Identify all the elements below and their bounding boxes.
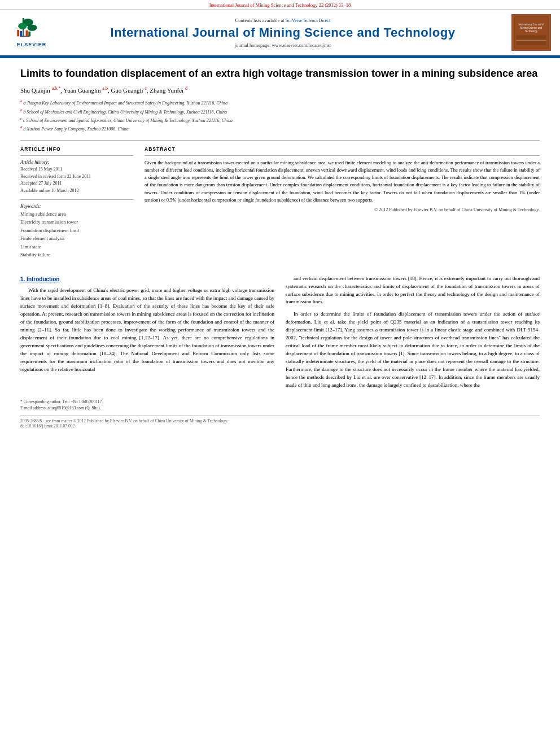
keywords-divider <box>20 199 133 200</box>
main-content: Limits to foundation displacement of an … <box>0 58 560 438</box>
received-date: Received 15 May 2011 <box>20 166 133 173</box>
journal-cover-thumbnail: International Journal of Mining Science … <box>511 14 551 51</box>
body-right-column: and vertical displacement between transm… <box>286 275 540 394</box>
contents-available-line: Contents lists available at SciVerse Sci… <box>60 18 506 23</box>
affiliations: a a Jiangsu Key Laboratory of Environmen… <box>20 98 540 133</box>
journal-header: ELSEVIER Contents lists available at Sci… <box>0 10 560 56</box>
paper-title: Limits to foundation displacement of an … <box>20 67 540 80</box>
abstract-heading: ABSTRACT <box>145 146 540 152</box>
received-revised-date: Received in revised form 22 June 2011 <box>20 173 133 181</box>
footnote: * Corresponding author. Tel.: +86 136052… <box>20 399 540 412</box>
body-content: 1. Introduction With the rapid developme… <box>20 275 540 394</box>
authors-line: Shu Qianjin a,b,*, Yuan Guanglin a,b, Gu… <box>20 86 540 94</box>
svg-text:Mining Science and: Mining Science and <box>520 27 542 29</box>
accepted-date: Accepted 27 July 2011 <box>20 180 133 187</box>
svg-rect-7 <box>20 30 22 36</box>
info-section: ARTICLE INFO Article history: Received 1… <box>20 146 540 264</box>
history-label: Article history: <box>20 159 133 165</box>
elsevier-text: ELSEVIER <box>17 42 47 47</box>
body-left-column: 1. Introduction With the rapid developme… <box>20 275 274 394</box>
article-info-divider <box>20 155 133 156</box>
homepage-line: journal homepage: www.elsevier.com/locat… <box>60 42 506 48</box>
svg-rect-8 <box>25 30 28 36</box>
keyword-4: Finite element analysis <box>20 234 133 242</box>
affiliation-b: b b School of Mechanics and Civil Engine… <box>20 107 540 116</box>
abstract-column: ABSTRACT Given the background of a trans… <box>145 146 540 264</box>
svg-rect-4 <box>22 29 24 37</box>
intro-paragraph-3: In order to determine the limits of foun… <box>286 311 540 389</box>
divider-after-affiliations <box>20 140 540 141</box>
intro-paragraph-2: and vertical displacement between transm… <box>286 275 540 307</box>
available-date: Available online 10 March 2012 <box>20 187 133 195</box>
keyword-5: Limit state <box>20 243 133 251</box>
svg-point-2 <box>18 23 27 29</box>
email-address: E-mail address: shuqj0519@163.com (Q. Sh… <box>20 405 540 411</box>
corresponding-author: * Corresponding author. Tel.: +86 136052… <box>20 399 540 405</box>
journal-center: Contents lists available at SciVerse Sci… <box>60 18 506 48</box>
article-history-block: Article history: Received 15 May 2011 Re… <box>20 159 133 195</box>
affiliation-a: a a Jiangsu Key Laboratory of Environmen… <box>20 98 540 107</box>
intro-heading: 1. Introduction <box>20 275 274 284</box>
article-info-column: ARTICLE INFO Article history: Received 1… <box>20 146 133 264</box>
bottom-bar: 2095-2686/$ - see front matter © 2012 Pu… <box>20 416 540 429</box>
keyword-2: Electricity transmission tower <box>20 218 133 226</box>
abstract-divider <box>145 155 540 156</box>
intro-paragraph-1: With the rapid development of China's el… <box>20 287 274 373</box>
sciverse-link[interactable]: SciVerse ScienceDirect <box>286 18 331 23</box>
svg-rect-9 <box>28 31 30 36</box>
top-citation-bar: International Journal of Mining Science … <box>0 0 560 10</box>
svg-rect-6 <box>17 29 19 36</box>
keywords-block: Keywords: Mining subsidence area Electri… <box>20 203 133 259</box>
journal-title: International Journal of Mining Science … <box>60 25 506 40</box>
abstract-text: Given the background of a transmission t… <box>145 159 540 204</box>
keyword-1: Mining subsidence area <box>20 210 133 218</box>
elsevier-logo: ELSEVIER <box>9 18 54 47</box>
doi-line: doi:10.1016/j.ijmst.2011.07.002 <box>20 423 540 429</box>
svg-point-3 <box>27 24 37 30</box>
issn-line: 2095-2686/$ - see front matter © 2012 Pu… <box>20 418 540 423</box>
citation-text: International Journal of Mining Science … <box>209 2 351 8</box>
svg-text:International Journal of: International Journal of <box>519 23 545 26</box>
abstract-copyright: © 2012 Published by Elsevier B.V. on beh… <box>145 207 540 212</box>
affiliation-c: c c School of Environment and Spatial In… <box>20 116 540 124</box>
elsevier-tree-icon <box>16 18 47 41</box>
keyword-6: Stability failure <box>20 251 133 259</box>
article-info-heading: ARTICLE INFO <box>20 146 133 152</box>
keyword-3: Foundation displacement limit <box>20 226 133 234</box>
keywords-label: Keywords: <box>20 203 133 209</box>
keywords-list: Mining subsidence area Electricity trans… <box>20 210 133 259</box>
cover-image: International Journal of Mining Science … <box>514 14 549 51</box>
svg-text:Technology: Technology <box>525 30 538 33</box>
author-names: Shu Qianjin a,b,*, Yuan Guanglin a,b, Gu… <box>20 87 187 94</box>
affiliation-d: d d Xuzhou Power Supply Company, Xuzhou … <box>20 124 540 133</box>
